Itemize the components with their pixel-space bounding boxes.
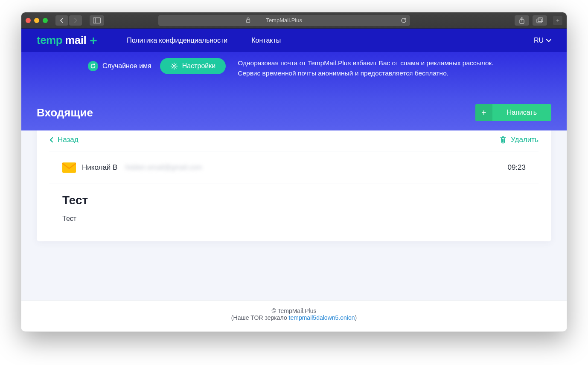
sender-name: Николай В bbox=[82, 163, 117, 172]
svg-rect-4 bbox=[537, 19, 541, 23]
window-close-button[interactable] bbox=[26, 18, 31, 23]
language-selector[interactable]: RU bbox=[534, 37, 551, 44]
inbox-header: Входящие + Написать bbox=[37, 104, 551, 121]
message-body: Тест Тест bbox=[49, 183, 539, 241]
language-label: RU bbox=[534, 37, 544, 44]
app-header: tempmail + Политика конфиденциальности К… bbox=[21, 29, 567, 52]
message-time: 09:23 bbox=[507, 163, 526, 172]
page: tempmail + Политика конфиденциальности К… bbox=[21, 29, 567, 331]
delete-label: Удалить bbox=[511, 136, 539, 144]
back-link[interactable]: Назад bbox=[49, 136, 79, 144]
share-button[interactable] bbox=[515, 15, 529, 26]
header-nav: Политика конфиденциальности Контакты bbox=[127, 37, 281, 44]
nav-privacy[interactable]: Политика конфиденциальности bbox=[127, 37, 227, 44]
window-maximize-button[interactable] bbox=[43, 18, 48, 23]
random-name-button[interactable]: Случайное имя bbox=[88, 61, 151, 71]
message-subject: Тест bbox=[62, 194, 526, 207]
footer-copyright: © TempMail.Plus bbox=[21, 307, 567, 314]
refresh-icon bbox=[88, 61, 98, 71]
back-label: Назад bbox=[58, 136, 79, 144]
gear-icon bbox=[170, 62, 178, 70]
svg-point-6 bbox=[173, 65, 175, 67]
address-bar[interactable]: TempMail.Plus bbox=[158, 15, 410, 26]
footer-mirror-suffix: ) bbox=[355, 314, 357, 321]
footer-mirror-prefix: (Наше TOR зеркало bbox=[231, 314, 289, 321]
inbox-title: Входящие bbox=[37, 106, 93, 119]
hero-actions: Случайное имя Настройки bbox=[88, 58, 226, 74]
hero: Случайное имя Настройки Одноразовая почт… bbox=[21, 52, 567, 130]
nav-contacts[interactable]: Контакты bbox=[251, 37, 281, 44]
chevron-down-icon bbox=[546, 39, 551, 42]
trash-icon bbox=[500, 136, 506, 144]
message-card: Назад Удалить Николай В hidden. bbox=[37, 126, 551, 241]
svg-rect-7 bbox=[62, 162, 76, 173]
reload-icon[interactable] bbox=[401, 17, 407, 23]
browser-window: TempMail.Plus + tempmail + Политика конф… bbox=[21, 12, 567, 332]
settings-button[interactable]: Настройки bbox=[160, 58, 226, 74]
settings-label: Настройки bbox=[182, 62, 215, 70]
svg-rect-2 bbox=[246, 20, 250, 23]
content-area: Назад Удалить Николай В hidden. bbox=[21, 130, 567, 300]
mail-icon bbox=[62, 162, 76, 173]
hero-description: Одноразовая почта от TempMail.Plus избав… bbox=[238, 58, 494, 78]
footer-mirror-link[interactable]: tempmail5dalown5.onion bbox=[289, 314, 355, 321]
logo-plus: + bbox=[90, 33, 97, 48]
compose-label: Написать bbox=[492, 109, 551, 116]
footer: © TempMail.Plus (Наше TOR зеркало tempma… bbox=[21, 300, 567, 331]
forward-button[interactable] bbox=[69, 15, 82, 26]
nav-buttons bbox=[55, 15, 82, 26]
logo-temp: temp bbox=[37, 34, 62, 47]
compose-button[interactable]: + Написать bbox=[475, 104, 551, 121]
plus-icon: + bbox=[475, 104, 492, 121]
sender-email: hidden.email@gmail.com bbox=[125, 164, 202, 171]
delete-link[interactable]: Удалить bbox=[500, 136, 539, 144]
back-button[interactable] bbox=[55, 15, 68, 26]
logo[interactable]: tempmail + bbox=[37, 33, 97, 48]
tabs-button[interactable] bbox=[533, 15, 547, 26]
toolbar-right: + bbox=[515, 15, 562, 26]
svg-rect-5 bbox=[538, 17, 543, 21]
lock-icon bbox=[246, 17, 250, 23]
address-text: TempMail.Plus bbox=[266, 17, 302, 23]
logo-mail: mail bbox=[65, 34, 86, 47]
chevron-left-icon bbox=[49, 137, 53, 143]
window-minimize-button[interactable] bbox=[34, 18, 39, 23]
browser-toolbar: TempMail.Plus + bbox=[21, 12, 567, 29]
message-text: Тест bbox=[62, 215, 526, 223]
random-name-label: Случайное имя bbox=[102, 62, 151, 70]
window-controls bbox=[26, 18, 48, 23]
new-tab-button[interactable]: + bbox=[553, 16, 562, 25]
message-meta: Николай В hidden.email@gmail.com 09:23 bbox=[49, 151, 539, 183]
svg-rect-0 bbox=[93, 17, 101, 23]
sidebar-toggle-button[interactable] bbox=[90, 15, 104, 26]
